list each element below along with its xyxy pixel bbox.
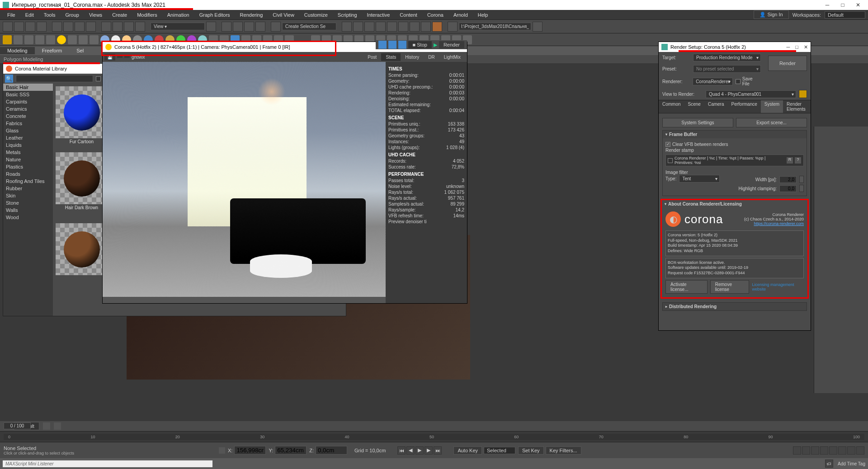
category-leather[interactable]: Leather <box>3 134 53 141</box>
tool-b-icon[interactable] <box>79 35 88 44</box>
category-roofing-and-tiles[interactable]: Roofing And Tiles <box>3 178 53 185</box>
pivot-icon[interactable] <box>206 22 216 32</box>
keyfilters-button[interactable]: Key Filters... <box>546 446 581 455</box>
menu-edit[interactable]: Edit <box>21 11 38 19</box>
activate-license-button[interactable]: Activate license... <box>665 280 708 294</box>
redo-icon[interactable] <box>14 22 24 32</box>
rsetup-tab-performance[interactable]: Performance <box>728 100 761 113</box>
vfb-tab-post[interactable]: Post <box>363 53 381 61</box>
menu-animation[interactable]: Animation <box>163 11 194 19</box>
category-plastics[interactable]: Plastics <box>3 163 53 170</box>
remove-license-button[interactable]: Remove license <box>710 280 750 294</box>
minimize-button[interactable]: ─ <box>824 1 831 9</box>
maxscript-listener[interactable]: MAXScript Mini Listener <box>3 460 212 467</box>
vfb-tool2[interactable] <box>117 56 123 58</box>
tab-modeling[interactable]: Modeling <box>0 47 35 54</box>
category-wood[interactable]: Wood <box>3 214 53 221</box>
category-stone[interactable]: Stone <box>3 199 53 206</box>
lock-icon[interactable] <box>799 90 807 98</box>
menu-help[interactable]: Help <box>473 11 493 19</box>
cloud-icon[interactable] <box>14 35 23 44</box>
vfb-save-icon[interactable]: 💾 <box>104 54 115 61</box>
vp-nav6-icon[interactable] <box>838 446 846 455</box>
menu-modifiers[interactable]: Modifiers <box>132 11 162 19</box>
rsetup-minimize-button[interactable]: ─ <box>787 44 790 50</box>
menu-graph-editors[interactable]: Graph Editors <box>195 11 235 19</box>
schematic-icon[interactable] <box>387 22 397 32</box>
savefile-checkbox[interactable]: Save File <box>736 76 761 86</box>
stamp-text[interactable]: Corona Renderer | %c | Time: %pt | Passe… <box>675 156 785 165</box>
sun-icon[interactable] <box>57 35 66 44</box>
play-icon[interactable]: ▶ <box>415 446 424 455</box>
license-mgmt-link[interactable]: Licensing management website <box>752 282 804 291</box>
rsetup-close-button[interactable]: ✕ <box>804 44 808 50</box>
vp-nav2-icon[interactable] <box>802 446 810 455</box>
undo-icon[interactable] <box>3 22 13 32</box>
zoom-fit-icon[interactable] <box>398 41 406 49</box>
about-section-head[interactable]: About Corona Renderer/Licensing <box>662 200 807 208</box>
placement-icon[interactable] <box>135 22 145 32</box>
goto-start-icon[interactable]: ⏮ <box>397 446 406 455</box>
rsetup-tab-scene[interactable]: Scene <box>684 100 704 113</box>
menu-customize[interactable]: Customize <box>300 11 332 19</box>
category-carpaints[interactable]: Carpaints <box>3 98 53 105</box>
next-frame-icon[interactable]: ▶ <box>425 446 433 455</box>
teapot-icon[interactable] <box>3 35 12 44</box>
maximize-button[interactable]: □ <box>839 1 846 9</box>
zoom-in-icon[interactable] <box>378 41 387 49</box>
tool-c-icon[interactable] <box>90 35 99 44</box>
distributed-rendering-section[interactable]: Distributed Rendering <box>663 303 807 310</box>
material-thumb[interactable]: Hair Dark Brown <box>56 152 108 216</box>
category-liquids[interactable]: Liquids <box>3 141 53 149</box>
tool-a-icon[interactable] <box>68 35 77 44</box>
menu-civil-view[interactable]: Civil View <box>268 11 298 19</box>
filter-type-dropdown[interactable]: Tent <box>679 175 720 183</box>
system-settings-button[interactable]: System Settings <box>662 118 733 127</box>
view-dropdown[interactable]: Quad 4 - PhysCamera001 <box>706 90 796 98</box>
snap-icon[interactable] <box>222 22 231 32</box>
vp-nav4-icon[interactable] <box>820 446 828 455</box>
y-coord-input[interactable] <box>275 446 307 455</box>
rsetup-tab-common[interactable]: Common <box>659 100 684 113</box>
frame-counter[interactable]: 0 / 100 <box>4 422 31 429</box>
stamp-reset-button[interactable]: R <box>786 157 793 164</box>
menu-corona[interactable]: Corona <box>423 11 448 19</box>
category-roads[interactable]: Roads <box>3 170 53 178</box>
curve-editor-icon[interactable] <box>376 22 386 32</box>
vp-nav1-icon[interactable] <box>793 446 801 455</box>
anim-misc2-icon[interactable] <box>54 422 61 430</box>
anim-misc1-icon[interactable] <box>43 422 50 430</box>
ref-coord-dropdown[interactable]: View ▾ <box>151 23 205 30</box>
menu-interactive[interactable]: Interactive <box>363 11 395 19</box>
category-skin[interactable]: Skin <box>3 192 53 199</box>
vfb-tab-dr[interactable]: DR <box>424 53 439 61</box>
preset-dropdown[interactable]: No preset selected <box>693 65 761 73</box>
rect-select-icon[interactable] <box>75 22 85 32</box>
target-dropdown[interactable]: Production Rendering Mode <box>693 54 761 61</box>
link-icon[interactable] <box>25 22 35 32</box>
width-input[interactable] <box>779 176 797 183</box>
render-scrollbar[interactable] <box>103 297 386 303</box>
menu-group[interactable]: Group <box>61 11 84 19</box>
align-icon[interactable] <box>353 22 363 32</box>
project-icon[interactable] <box>448 22 458 32</box>
export-scene-button[interactable]: Export scene... <box>736 118 807 127</box>
select-icon[interactable] <box>52 22 62 32</box>
vfb-render-button[interactable]: Render <box>439 41 464 48</box>
corona-website-link[interactable]: https://corona-renderer.com <box>754 221 804 226</box>
unlink-icon[interactable] <box>37 22 47 32</box>
goto-end-icon[interactable]: ⏭ <box>434 446 442 455</box>
category-basic-hair[interactable]: Basic Hair <box>3 84 53 91</box>
search-icon[interactable]: 🔍 <box>5 75 13 83</box>
menu-tools[interactable]: Tools <box>39 11 60 19</box>
stop-button[interactable]: ■ Stop <box>408 41 432 48</box>
named-sel-icon[interactable] <box>271 22 281 32</box>
material-editor-icon[interactable] <box>398 22 408 32</box>
stamp-checkbox[interactable] <box>668 158 673 163</box>
render-frame-icon[interactable] <box>421 22 431 32</box>
scale-icon[interactable] <box>124 22 134 32</box>
selection-set-dropdown[interactable]: Create Selection Se <box>282 23 336 30</box>
vp-nav7-icon[interactable] <box>847 446 855 455</box>
material-thumb[interactable]: Fur Cartoon <box>56 86 108 145</box>
menu-file[interactable]: File <box>3 11 20 19</box>
